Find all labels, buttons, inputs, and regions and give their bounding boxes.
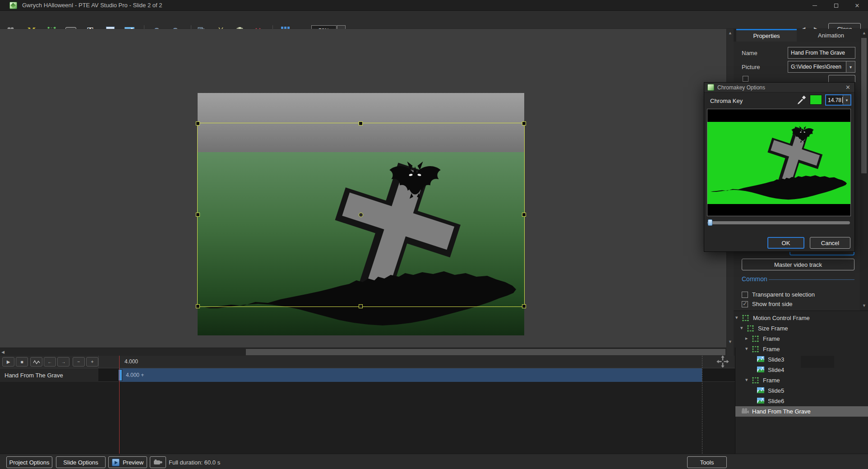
- tree-item-frame[interactable]: ▸Frame: [734, 334, 868, 344]
- picture-label: Picture: [742, 64, 760, 70]
- selection-handle-top-left[interactable]: [196, 121, 200, 125]
- tree-item-label: Slide4: [768, 367, 784, 373]
- chroma-preview: [707, 109, 851, 216]
- picture-input[interactable]: [788, 61, 846, 73]
- rotation-center-point[interactable]: [359, 213, 363, 217]
- timeline-track-row: 4.000 + Hand From The Grave: [0, 368, 735, 382]
- preview-play-icon: [112, 459, 120, 466]
- video-icon: [741, 408, 749, 415]
- show-front-side-label: Show front side: [752, 301, 793, 307]
- tab-properties[interactable]: Properties: [736, 29, 797, 42]
- hscroll-thumb[interactable]: [246, 349, 725, 355]
- tree-item-label: Frame: [763, 335, 780, 342]
- cancel-button[interactable]: Cancel: [810, 237, 850, 249]
- eyedropper-icon[interactable]: [797, 95, 806, 104]
- playhead-line[interactable]: [119, 356, 120, 454]
- name-input[interactable]: [788, 47, 855, 59]
- dialog-title-bar[interactable]: Chromakey Options ✕: [704, 83, 854, 93]
- chevron-down-icon[interactable]: ▾: [745, 346, 748, 352]
- show-front-side-checkbox[interactable]: [742, 301, 748, 307]
- slide-options-button[interactable]: Slide Options: [56, 456, 106, 468]
- project-options-button[interactable]: Project Options: [6, 456, 52, 468]
- tree-item-hand-from-the-grave[interactable]: Hand From The Grave: [734, 406, 868, 417]
- main-toolbar: M OK T ↶ ↷ ▾ 50% ▾ ◀ ▶ Close: [0, 11, 868, 29]
- slide-canvas[interactable]: [0, 29, 726, 348]
- slider-track[interactable]: [707, 221, 850, 224]
- minimize-button[interactable]: [806, 0, 824, 11]
- timeline-zoom-in-button[interactable]: +: [86, 357, 98, 367]
- selection-handle-bottom-left[interactable]: [196, 304, 200, 308]
- timeline-next-button[interactable]: →: [57, 357, 69, 367]
- timeline-stop-button[interactable]: ■: [16, 357, 28, 367]
- timeline-empty-area[interactable]: [0, 382, 735, 454]
- hidden-checkbox-fragment[interactable]: [743, 76, 748, 82]
- clip-bar[interactable]: 4.000 +: [120, 368, 702, 382]
- image-icon: [757, 367, 765, 373]
- objects-tree-panel: ▾Motion Control Frame▾Size Frame▸Frame▾F…: [734, 311, 868, 454]
- tolerance-spinner[interactable]: ▾: [843, 95, 850, 105]
- window-close-button[interactable]: ✕: [848, 0, 866, 11]
- scroll-down-icon[interactable]: ▼: [728, 339, 732, 344]
- master-video-track-button[interactable]: Master video track: [742, 259, 854, 270]
- scroll-up-icon[interactable]: ▲: [728, 31, 732, 35]
- tree-item-slide6[interactable]: Slide6: [734, 396, 868, 406]
- ok-button[interactable]: OK: [767, 237, 804, 249]
- image-icon: [757, 387, 765, 394]
- tools-button[interactable]: Tools: [687, 456, 727, 468]
- mini-player-button[interactable]: [150, 456, 166, 468]
- tree-item-label: Frame: [763, 346, 780, 353]
- tree-item-frame[interactable]: ▾Frame: [734, 344, 868, 354]
- frame-icon: [752, 346, 760, 353]
- chevron-down-icon[interactable]: ▾: [740, 325, 743, 331]
- chevron-right-icon[interactable]: ▸: [745, 335, 748, 341]
- dialog-close-icon[interactable]: ✕: [845, 84, 850, 91]
- tree-item-label: Slide5: [768, 387, 784, 394]
- chroma-color-swatch[interactable]: [810, 95, 822, 105]
- panel-scroll-up-icon[interactable]: ▲: [862, 31, 866, 35]
- tree-item-slide5[interactable]: Slide5: [734, 385, 868, 396]
- timeline-play-button[interactable]: ▶: [2, 357, 14, 367]
- preview-button[interactable]: Preview: [108, 456, 147, 468]
- chevron-down-icon[interactable]: ▾: [735, 315, 738, 320]
- frame-icon: [752, 377, 760, 384]
- hidden-button-fragment[interactable]: [828, 75, 855, 82]
- tab-animation[interactable]: Animation: [797, 29, 865, 42]
- selection-handle-bottom-center[interactable]: [359, 304, 363, 308]
- tree-item-motion-control-frame[interactable]: ▾Motion Control Frame: [734, 313, 868, 323]
- panel-scrollbar-thumb[interactable]: [861, 38, 867, 173]
- selection-handle-bottom-right[interactable]: [522, 304, 526, 308]
- show-front-side-row[interactable]: Show front side: [742, 301, 793, 307]
- track-header[interactable]: Hand From The Grave: [0, 368, 98, 382]
- timeline-waveform-button[interactable]: [30, 357, 42, 367]
- timeline-ruler[interactable]: 4.000: [98, 356, 702, 368]
- picture-browse-dropdown[interactable]: ▾: [846, 61, 855, 73]
- clip-duration-label: 4.000 +: [126, 372, 144, 378]
- timeline-prev-button[interactable]: ←: [44, 357, 56, 367]
- chevron-down-icon[interactable]: ▾: [745, 377, 748, 383]
- selection-handle-top-right[interactable]: [522, 121, 526, 125]
- hscroll-left-icon[interactable]: ◀: [1, 350, 5, 354]
- panel-scroll-down-icon[interactable]: ▼: [862, 303, 866, 308]
- panel-tab-bar: Properties Animation: [734, 29, 868, 42]
- chromakey-options-dialog: Chromakey Options ✕ Chroma Key 14.78 ▾ O…: [704, 82, 855, 252]
- timeline-zoom-out-button[interactable]: −: [73, 357, 85, 367]
- image-icon: [757, 398, 765, 404]
- tolerance-input-wrap: 14.78 ▾: [825, 94, 851, 106]
- selection-handle-top-center[interactable]: [359, 121, 363, 125]
- tolerance-slider[interactable]: [707, 219, 851, 226]
- timeline-horizontal-scrollbar[interactable]: ◀: [0, 348, 726, 356]
- pan-move-icon[interactable]: [716, 355, 730, 368]
- tree-item-frame[interactable]: ▾Frame: [734, 375, 868, 385]
- clip-end-guide-line: [702, 356, 702, 454]
- maximize-button[interactable]: [827, 0, 845, 11]
- frame-icon: [742, 315, 750, 321]
- panel-vertical-scrollbar[interactable]: ▲ ▼: [860, 29, 868, 311]
- common-section-label: Common: [742, 275, 767, 283]
- tree-item-size-frame[interactable]: ▾Size Frame: [734, 323, 868, 334]
- slider-thumb[interactable]: [708, 219, 712, 226]
- image-icon: [757, 356, 765, 363]
- tolerance-input[interactable]: 14.78: [826, 95, 842, 105]
- selection-handle-mid-right[interactable]: [522, 213, 526, 217]
- dialog-app-icon: [707, 84, 714, 91]
- selection-handle-mid-left[interactable]: [196, 213, 200, 217]
